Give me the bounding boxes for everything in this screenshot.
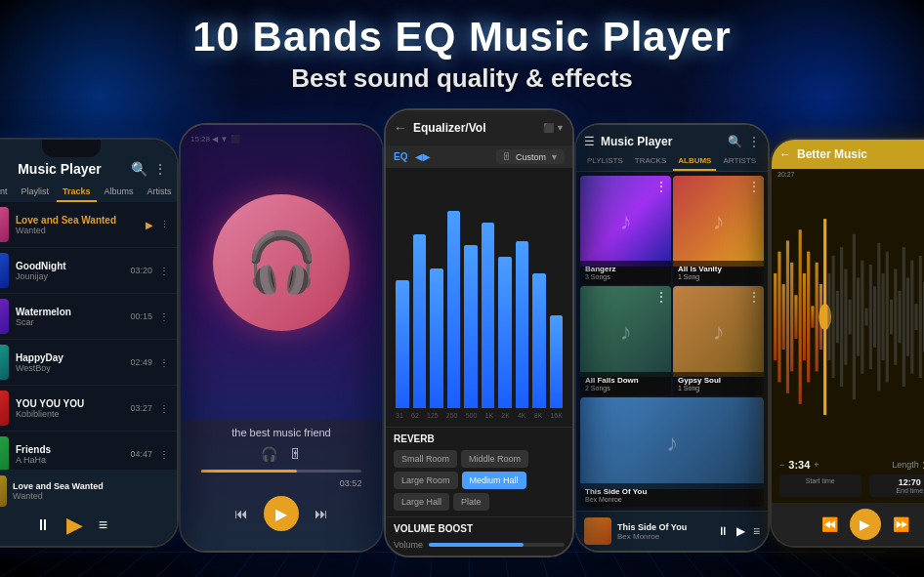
phone4-next-btn[interactable]: ▶ — [736, 524, 745, 538]
phone5-skip-fwd-btn[interactable]: ⏩ — [893, 516, 909, 532]
phone5-play-btn[interactable]: ▶ — [850, 509, 881, 540]
eq-bar-1k — [482, 176, 495, 408]
album-overlay-thisside: This Side Of You Bex Monroe — [580, 483, 764, 507]
svg-rect-0 — [774, 273, 777, 360]
phone1-more-icon[interactable]: ⋮ — [153, 161, 167, 177]
phone4-play-controls: ⏸ ▶ ≡ — [717, 524, 760, 538]
ph4-tab-albums[interactable]: ALBUMS — [673, 152, 716, 171]
phone5-header: ← Better Music ✓ — [772, 140, 924, 169]
svg-rect-29 — [890, 300, 893, 335]
phones-container: ☰ Music Player 🔍 ⋮ Recent Playlist Track… — [0, 122, 924, 577]
track-info-2: GoodNight Jounijay — [16, 261, 123, 281]
tab-albums[interactable]: Albums — [99, 183, 140, 202]
track-item-2[interactable]: GoodNight Jounijay 03:20 ⋮ — [0, 248, 177, 294]
phone1-tabs: Recent Playlist Tracks Albums Artists — [0, 183, 177, 202]
phone3-volume-label: Volume — [394, 540, 423, 550]
track-thumb-1 — [0, 207, 9, 242]
album-card-bangerz[interactable]: ♪ Bangerz 3 Songs ⋮ — [580, 176, 671, 284]
phone1-list-btn[interactable]: ≡ — [99, 516, 107, 534]
ph4-tab-tracks[interactable]: TRACKS — [630, 152, 671, 171]
track-info-5: YOU YOU YOU Kobibliente — [16, 398, 123, 419]
phone5-minus-icon[interactable]: − — [779, 460, 784, 470]
phone3-preset-icon: 🎚 — [502, 151, 512, 162]
tab-artists[interactable]: Artists — [142, 183, 178, 202]
album-art-thisside: ♪ — [580, 397, 764, 489]
track-item-6[interactable]: Friends A HaHa 04:47 ⋮ — [0, 432, 177, 470]
phone4-search-icon[interactable]: 🔍 — [728, 135, 742, 148]
eq-bar-fill-8k — [532, 273, 546, 408]
album-card-gypsy[interactable]: ♪ Gypsy Soul 1 Song ⋮ — [673, 286, 764, 394]
phone3-reverb-buttons: Small Room Middle Room Large Room Medium… — [394, 450, 565, 511]
svg-rect-6 — [799, 229, 802, 404]
phone-eq: ← Equalizer/Vol ⬛ ▼ EQ ◀▶ 🎚 Custom ▼ — [384, 108, 574, 557]
phone3-back-icon[interactable]: ← — [394, 120, 407, 136]
svg-rect-18 — [844, 268, 847, 364]
freq-4k: 4K — [518, 412, 526, 419]
phone2-next-btn[interactable]: ⏭ — [315, 506, 328, 521]
svg-rect-28 — [886, 252, 889, 383]
album-name-thisside: This Side Of You — [585, 487, 759, 496]
track-item-3[interactable]: Watermelon Scar 00:15 ⋮ — [0, 294, 177, 340]
album-card-thisside[interactable]: ♪ This Side Of You Bex Monroe — [580, 397, 764, 507]
phone4-more-icon[interactable]: ⋮ — [748, 135, 760, 148]
reverb-medium-hall[interactable]: Medium Hall — [462, 472, 526, 489]
ph4-tab-playlists[interactable]: PLYLISTS — [582, 152, 628, 171]
album-more-bangerz[interactable]: ⋮ — [655, 180, 667, 193]
phone5-plus-icon[interactable]: + — [814, 460, 819, 470]
phone2-play-btn[interactable]: ▶ — [264, 496, 299, 531]
phone5-end-time-box: 12:70 End time — [869, 474, 925, 497]
svg-rect-31 — [898, 291, 901, 344]
phone3-volume-row: Volume — [394, 540, 565, 550]
phone5-skip-back-btn[interactable]: ⏪ — [821, 516, 838, 532]
track-more-5[interactable]: ⋮ — [159, 403, 169, 414]
phone3-eq-toggle[interactable]: ◀▶ — [415, 151, 431, 162]
phone4-menu-icon[interactable]: ☰ — [584, 135, 595, 148]
track-more-3[interactable]: ⋮ — [159, 311, 169, 322]
svg-rect-10 — [816, 263, 819, 372]
reverb-small-room[interactable]: Small Room — [394, 450, 457, 468]
album-more-gypsy[interactable]: ⋮ — [748, 290, 760, 304]
track-artist-6: A HaHa — [16, 455, 123, 465]
album-more-vanity[interactable]: ⋮ — [748, 180, 760, 193]
track-item-5[interactable]: YOU YOU YOU Kobibliente 03:27 ⋮ — [0, 386, 177, 432]
tab-recent[interactable]: Recent — [0, 183, 14, 202]
album-card-fallsdown[interactable]: ♪ All Falls Down 2 Songs ⋮ — [580, 286, 671, 394]
phone2-prev-btn[interactable]: ⏮ — [234, 506, 248, 521]
track-more-6[interactable]: ⋮ — [159, 449, 169, 460]
phone4-pause-btn[interactable]: ⏸ — [717, 524, 729, 538]
ph4-tab-artists[interactable]: ARTISTS — [718, 152, 761, 171]
album-name-bangerz: Bangerz — [585, 265, 666, 273]
phone1-next-btn[interactable]: ▶ — [66, 513, 83, 538]
freq-62: 62 — [411, 412, 419, 419]
track-more-2[interactable]: ⋮ — [159, 266, 169, 276]
phone4-header-left: ☰ Music Player — [584, 135, 672, 148]
phone2-progress-bar[interactable] — [201, 470, 362, 473]
reverb-large-room[interactable]: Large Room — [394, 472, 458, 489]
phone1-search-icon[interactable]: 🔍 — [131, 161, 147, 177]
tab-tracks[interactable]: Tracks — [57, 183, 97, 202]
reverb-large-hall[interactable]: Large Hall — [394, 493, 449, 511]
reverb-middle-room[interactable]: Middle Room — [461, 450, 528, 468]
album-count-gypsy: 1 Song — [678, 385, 759, 392]
phone1-pause-btn[interactable]: ⏸ — [35, 516, 51, 534]
phone3-preset-selector[interactable]: 🎚 Custom ▼ — [496, 149, 565, 164]
freq-500: 500 — [466, 412, 478, 419]
phone3-volume-bar[interactable] — [429, 543, 565, 547]
phone4-list-btn[interactable]: ≡ — [753, 524, 760, 538]
ph4-tab-folders[interactable]: FOLDE... — [763, 152, 770, 171]
phone5-end-label: End time — [874, 487, 925, 494]
track-item-1[interactable]: Love and Sea Wanted Wanted ▶ ⋮ — [0, 202, 177, 248]
phone3-header: ← Equalizer/Vol ⬛ ▼ — [386, 110, 572, 145]
track-item-4[interactable]: HappyDay WestBoy 02:49 ⋮ — [0, 340, 177, 386]
eq-bar-16k — [550, 176, 564, 408]
track-thumb-3 — [0, 299, 9, 334]
track-more-4[interactable]: ⋮ — [159, 357, 169, 368]
album-card-vanity[interactable]: ♪ All Is Vanity 1 Song ⋮ — [673, 176, 764, 284]
phone4-now-info: This Side Of You Bex Monroe — [617, 522, 711, 541]
phone2-eq-icon[interactable]: 🎚 — [289, 446, 303, 462]
album-more-fallsdown[interactable]: ⋮ — [655, 290, 667, 304]
phone2-headphone-small-icon[interactable]: 🎧 — [261, 446, 277, 462]
reverb-plate[interactable]: Plate — [453, 493, 489, 511]
phone5-back-icon[interactable]: ← — [779, 147, 791, 161]
tab-playlist[interactable]: Playlist — [16, 183, 56, 202]
